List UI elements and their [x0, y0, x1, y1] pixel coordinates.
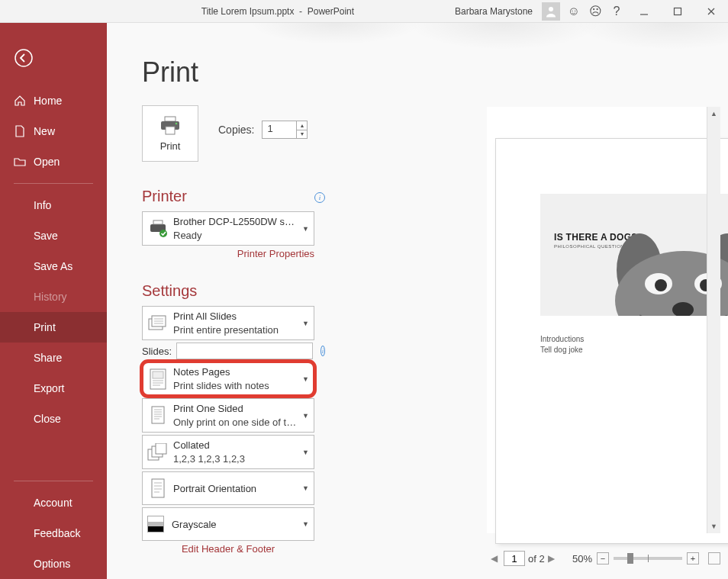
svg-point-0: [549, 7, 553, 11]
svg-point-5: [15, 50, 32, 66]
nav-save[interactable]: Save: [0, 220, 107, 251]
page-title: Print: [142, 56, 325, 88]
nav-feedback[interactable]: Feedback: [0, 518, 107, 548]
minimize-button[interactable]: [627, 0, 661, 23]
print-backstage: Print Print Copies: 1 ▲▼: [107, 23, 728, 579]
feedback-frown-icon[interactable]: ☹: [585, 0, 606, 23]
edit-header-footer-link[interactable]: Edit Header & Footer: [142, 543, 314, 555]
preview-slide-thumb: IS THERE A DOG? PHILOSOPHICAL QUESTIONS: [540, 194, 728, 316]
next-page-button[interactable]: ▶: [545, 553, 559, 564]
preview-scrollbar[interactable]: ▲ ▼: [707, 107, 720, 533]
setting-color[interactable]: Grayscale ▼: [142, 507, 314, 541]
svg-rect-2: [675, 8, 681, 14]
zoom-slider[interactable]: [614, 557, 682, 560]
zoom-fit-button[interactable]: [708, 552, 720, 565]
copies-spinner[interactable]: ▲▼: [296, 121, 307, 138]
copies-label: Copies:: [218, 124, 254, 136]
printer-ready-icon: [147, 217, 169, 240]
dropdown-caret-icon: ▼: [302, 320, 309, 327]
dropdown-caret-icon: ▼: [302, 484, 309, 492]
slides-info-icon[interactable]: i: [321, 346, 325, 356]
svg-point-42: [655, 279, 667, 291]
scroll-down-icon[interactable]: ▼: [707, 519, 720, 533]
printer-properties-link[interactable]: Printer Properties: [142, 248, 314, 259]
printer-name: Brother DCP-L2550DW serie...: [173, 215, 297, 229]
filename: Title Lorem Ipsum.pptx: [201, 6, 295, 17]
nav-save-as[interactable]: Save As: [0, 251, 107, 281]
portrait-icon: [147, 477, 169, 500]
nav-account[interactable]: Account: [0, 487, 107, 518]
nav-new-label: New: [34, 125, 55, 137]
printer-info-icon[interactable]: i: [314, 192, 325, 203]
open-icon: [14, 156, 26, 168]
svg-rect-19: [153, 372, 163, 378]
printer-status: Ready: [173, 229, 297, 243]
preview-footer: ◀ of 2 ▶ 50% − +: [487, 547, 720, 570]
setting-print-layout[interactable]: Notes Pages Print slides with notes ▼: [142, 362, 314, 396]
zoom-handle[interactable]: [627, 553, 633, 564]
new-icon: [14, 125, 26, 137]
slides-range-label: Slides:: [142, 346, 172, 357]
sidebar-separator-2: [14, 481, 93, 481]
grayscale-swatch-icon: [147, 516, 164, 532]
dropdown-caret-icon: ▼: [302, 449, 309, 456]
print-button[interactable]: Print: [142, 105, 198, 162]
slides-range-input[interactable]: [176, 343, 313, 359]
maximize-button[interactable]: [661, 0, 694, 23]
svg-rect-6: [165, 117, 176, 121]
settings-section-header: Settings: [142, 282, 325, 300]
printer-dropdown[interactable]: Brother DCP-L2550DW serie... Ready ▼: [142, 211, 314, 246]
printer-section-header: Printer i: [142, 188, 325, 205]
setting-orientation[interactable]: Portrait Orientation ▼: [142, 471, 314, 505]
collated-icon: [147, 441, 169, 464]
window-title: Title Lorem Ipsum.pptx - PowerPoint: [0, 6, 449, 17]
dropdown-caret-icon: ▼: [302, 225, 309, 233]
print-preview: IS THERE A DOG? PHILOSOPHICAL QUESTIONS: [487, 107, 720, 533]
preview-notes-page[interactable]: IS THERE A DOG? PHILOSOPHICAL QUESTIONS: [496, 139, 728, 543]
current-page-input[interactable]: [504, 551, 525, 566]
nav-close[interactable]: Close: [0, 404, 107, 434]
nav-options[interactable]: Options: [0, 548, 107, 579]
back-button[interactable]: [0, 43, 107, 73]
page-total: of 2: [528, 553, 545, 565]
setting-which-slides[interactable]: Print All Slides Print entire presentati…: [142, 306, 314, 340]
svg-point-12: [159, 230, 167, 237]
dropdown-caret-icon: ▼: [302, 520, 309, 528]
close-window-button[interactable]: [694, 0, 728, 23]
svg-rect-11: [153, 220, 163, 224]
setting-collate[interactable]: Collated 1,2,3 1,2,3 1,2,3 ▼: [142, 435, 314, 469]
zoom-in-button[interactable]: +: [687, 552, 699, 565]
user-avatar[interactable]: [542, 2, 560, 21]
svg-rect-8: [166, 127, 175, 134]
nav-home-label: Home: [34, 95, 62, 107]
copies-value: 1: [267, 123, 272, 134]
nav-share[interactable]: Share: [0, 343, 107, 373]
nav-new[interactable]: New: [0, 116, 107, 146]
nav-open[interactable]: Open: [0, 146, 107, 177]
nav-open-label: Open: [34, 156, 60, 168]
svg-rect-31: [156, 443, 166, 454]
printer-icon: [159, 116, 182, 136]
nav-print[interactable]: Print: [0, 312, 107, 343]
nav-info[interactable]: Info: [0, 190, 107, 220]
feedback-smile-icon[interactable]: ☺: [563, 0, 585, 23]
print-label: Print: [160, 140, 181, 152]
app-name: PowerPoint: [308, 6, 354, 17]
nav-home[interactable]: Home: [0, 85, 107, 116]
dropdown-caret-icon: ▼: [302, 412, 309, 420]
help-button[interactable]: ?: [606, 0, 627, 23]
zoom-out-button[interactable]: −: [597, 552, 609, 565]
titlebar: Title Lorem Ipsum.pptx - PowerPoint Barb…: [0, 0, 728, 23]
copies-input[interactable]: 1 ▲▼: [262, 121, 308, 139]
sidebar-separator: [14, 183, 93, 184]
svg-rect-23: [152, 407, 164, 423]
one-sided-icon: [147, 404, 169, 427]
svg-rect-32: [152, 479, 164, 497]
nav-export[interactable]: Export: [0, 373, 107, 404]
scroll-up-icon[interactable]: ▲: [707, 107, 720, 121]
slides-all-icon: [147, 312, 169, 335]
zoom-value: 50%: [572, 553, 592, 565]
prev-page-button[interactable]: ◀: [487, 553, 501, 564]
setting-sides[interactable]: Print One Sided Only print on one side o…: [142, 398, 314, 433]
user-name[interactable]: Barbara Marystone: [449, 6, 539, 17]
